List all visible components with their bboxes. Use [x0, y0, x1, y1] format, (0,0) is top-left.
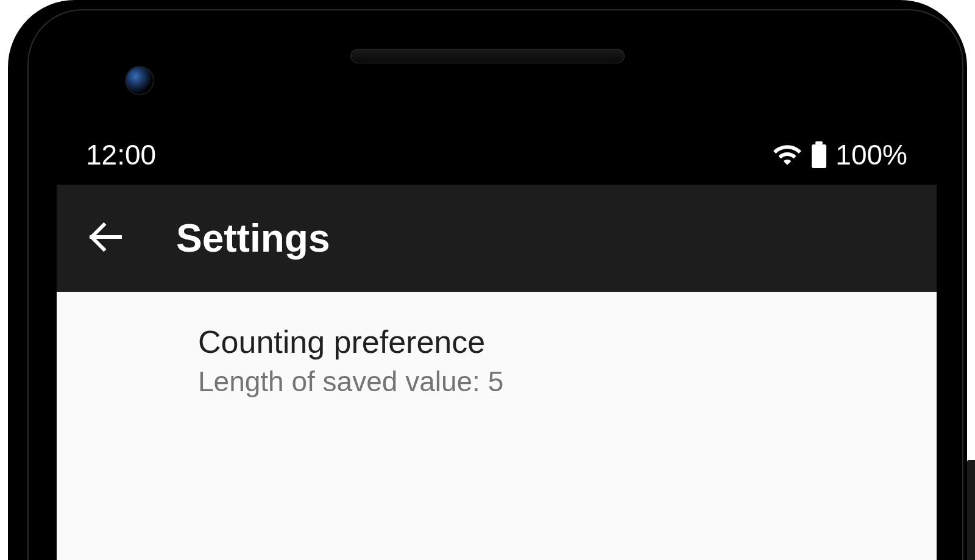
battery-icon — [811, 141, 827, 168]
page-title: Settings — [176, 216, 330, 261]
battery-percent: 100% — [835, 138, 907, 171]
power-button — [967, 460, 975, 560]
content-area: Counting preference Length of saved valu… — [57, 292, 937, 560]
preference-counting[interactable]: Counting preference Length of saved valu… — [57, 314, 937, 408]
status-time: 12:00 — [86, 138, 156, 171]
back-button[interactable] — [81, 214, 130, 263]
phone-screen: 12:00 100% — [57, 125, 937, 560]
front-camera — [125, 66, 154, 95]
phone-body: 12:00 100% — [8, 0, 967, 560]
speaker-grille — [350, 49, 625, 63]
svg-rect-1 — [812, 144, 826, 168]
status-bar-left: 12:00 — [86, 138, 156, 171]
device-frame: 12:00 100% — [0, 0, 975, 560]
svg-rect-0 — [815, 141, 823, 144]
status-bar: 12:00 100% — [57, 125, 937, 185]
preference-summary: Length of saved value: 5 — [198, 365, 912, 398]
app-bar: Settings — [57, 185, 937, 292]
arrow-left-icon — [86, 218, 125, 259]
status-bar-right: 100% — [772, 138, 907, 171]
preference-title: Counting preference — [198, 324, 912, 360]
wifi-icon — [772, 140, 803, 170]
